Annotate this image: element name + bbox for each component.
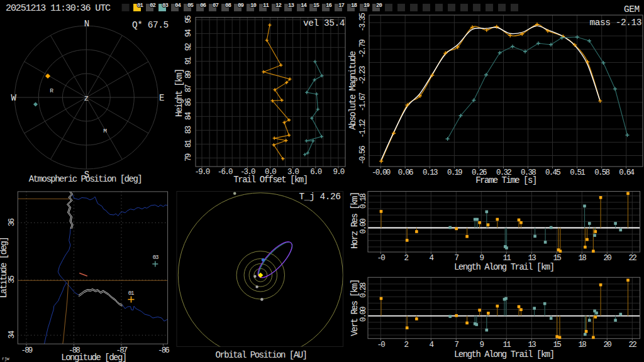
svg-text:08: 08 bbox=[225, 3, 231, 9]
svg-text:03: 03 bbox=[162, 3, 169, 9]
svg-text:16: 16 bbox=[326, 3, 332, 9]
svg-text:vel 35.4: vel 35.4 bbox=[303, 18, 345, 28]
svg-text:rjw: rjw bbox=[2, 357, 9, 361]
svg-text:14: 14 bbox=[301, 3, 308, 9]
svg-text:34: 34 bbox=[8, 331, 16, 339]
svg-text:mass -2.13: mass -2.13 bbox=[589, 18, 641, 28]
svg-text:-9.0: -9.0 bbox=[195, 168, 210, 177]
svg-text:11: 11 bbox=[263, 3, 270, 9]
svg-text:N: N bbox=[84, 19, 89, 29]
svg-text:05: 05 bbox=[187, 3, 194, 9]
svg-text:-0.00: -0.00 bbox=[372, 168, 391, 177]
svg-text:-89: -89 bbox=[21, 346, 32, 355]
svg-text:Longitude [deg]: Longitude [deg] bbox=[61, 353, 126, 362]
svg-text:0.00: 0.00 bbox=[359, 219, 368, 234]
svg-text:07: 07 bbox=[213, 3, 219, 9]
svg-text:-0.56: -0.56 bbox=[358, 146, 367, 165]
svg-text:13: 13 bbox=[288, 3, 294, 9]
svg-text:Orbital Position [AU]: Orbital Position [AU] bbox=[216, 350, 307, 360]
svg-text:-1.12: -1.12 bbox=[358, 119, 367, 138]
svg-text:12: 12 bbox=[275, 3, 282, 9]
svg-text:01: 01 bbox=[137, 3, 144, 9]
svg-text:20251213 11:30:36 UTC: 20251213 11:30:36 UTC bbox=[6, 3, 111, 14]
svg-text:0.19: 0.19 bbox=[447, 168, 462, 177]
svg-text:E: E bbox=[159, 93, 164, 103]
svg-text:94: 94 bbox=[184, 29, 193, 37]
svg-text:9.0: 9.0 bbox=[333, 168, 344, 177]
svg-text:11: 11 bbox=[503, 341, 511, 349]
svg-text:-0: -0 bbox=[377, 254, 386, 263]
svg-text:Absolute Magnitude: Absolute Magnitude bbox=[348, 51, 358, 129]
svg-text:Frame Time [s]: Frame Time [s] bbox=[475, 175, 536, 185]
svg-text:-0: -0 bbox=[377, 341, 386, 349]
svg-text:0.00: 0.00 bbox=[359, 307, 368, 322]
svg-text:-2.79: -2.79 bbox=[358, 40, 367, 58]
svg-text:0.45: 0.45 bbox=[545, 168, 560, 177]
svg-text:R: R bbox=[50, 87, 53, 94]
svg-text:Q* 67.5: Q* 67.5 bbox=[132, 20, 169, 30]
svg-text:09: 09 bbox=[238, 3, 244, 9]
svg-text:0.51: 0.51 bbox=[570, 168, 585, 177]
svg-text:-3.35: -3.35 bbox=[358, 13, 367, 31]
svg-text:11: 11 bbox=[503, 254, 511, 263]
svg-text:13: 13 bbox=[528, 254, 536, 263]
svg-text:86: 86 bbox=[184, 98, 193, 106]
svg-text:18: 18 bbox=[351, 3, 357, 9]
svg-text:36: 36 bbox=[8, 219, 16, 227]
svg-text:M: M bbox=[103, 128, 107, 134]
svg-text:83: 83 bbox=[184, 126, 193, 134]
svg-text:6.0: 6.0 bbox=[310, 168, 321, 177]
svg-text:Atmospheric Position [deg]: Atmospheric Position [deg] bbox=[29, 174, 142, 184]
svg-text:T_j 4.26: T_j 4.26 bbox=[299, 192, 340, 202]
svg-text:-6.0: -6.0 bbox=[218, 168, 233, 177]
svg-text:Vert Res [km]: Vert Res [km] bbox=[350, 280, 360, 336]
svg-text:15: 15 bbox=[553, 254, 562, 263]
svg-text:Length Along Trail [km]: Length Along Trail [km] bbox=[454, 349, 554, 359]
svg-text:Horz Res [km]: Horz Res [km] bbox=[350, 192, 360, 249]
svg-text:22: 22 bbox=[629, 254, 637, 263]
svg-text:18: 18 bbox=[579, 254, 587, 263]
svg-text:04: 04 bbox=[175, 3, 182, 9]
svg-text:22: 22 bbox=[629, 341, 637, 349]
svg-text:-86: -86 bbox=[158, 346, 169, 355]
svg-text:17: 17 bbox=[338, 3, 345, 9]
svg-text:02: 02 bbox=[150, 3, 156, 9]
svg-text:06: 06 bbox=[200, 3, 206, 9]
svg-text:84: 84 bbox=[184, 112, 193, 120]
svg-text:Height [km]: Height [km] bbox=[174, 69, 184, 117]
svg-text:13: 13 bbox=[528, 341, 536, 349]
svg-text:0.18: 0.18 bbox=[359, 194, 368, 209]
svg-text:0.58: 0.58 bbox=[594, 168, 609, 177]
svg-text:Trail Offset [km]: Trail Offset [km] bbox=[233, 175, 307, 185]
svg-text:18: 18 bbox=[579, 341, 587, 349]
svg-text:Latitude [deg]: Latitude [deg] bbox=[0, 238, 9, 299]
svg-text:Length Along Trail [km]: Length Along Trail [km] bbox=[454, 262, 554, 272]
svg-text:03: 03 bbox=[153, 255, 158, 261]
svg-text:92: 92 bbox=[184, 43, 193, 51]
svg-text:GEM: GEM bbox=[624, 4, 640, 14]
svg-text:15: 15 bbox=[313, 3, 319, 9]
svg-text:-1.67: -1.67 bbox=[358, 92, 367, 111]
svg-text:0.64: 0.64 bbox=[619, 168, 634, 177]
svg-text:-2.23: -2.23 bbox=[358, 66, 367, 85]
svg-text:87: 87 bbox=[184, 84, 193, 92]
svg-text:Z: Z bbox=[84, 95, 89, 102]
svg-text:0.06: 0.06 bbox=[398, 168, 413, 177]
svg-text:20: 20 bbox=[604, 254, 612, 263]
svg-text:19: 19 bbox=[364, 3, 370, 9]
svg-text:20: 20 bbox=[376, 3, 382, 9]
svg-text:89: 89 bbox=[184, 70, 193, 79]
svg-text:81: 81 bbox=[184, 140, 193, 148]
svg-text:79: 79 bbox=[184, 153, 193, 162]
svg-text:10: 10 bbox=[250, 3, 257, 9]
svg-text:0.28: 0.28 bbox=[359, 283, 368, 298]
svg-text:01: 01 bbox=[128, 290, 134, 297]
svg-text:95: 95 bbox=[184, 15, 193, 23]
svg-text:15: 15 bbox=[553, 341, 562, 349]
svg-text:20: 20 bbox=[604, 341, 612, 349]
svg-text:91: 91 bbox=[184, 57, 193, 65]
svg-text:0.13: 0.13 bbox=[423, 168, 438, 177]
